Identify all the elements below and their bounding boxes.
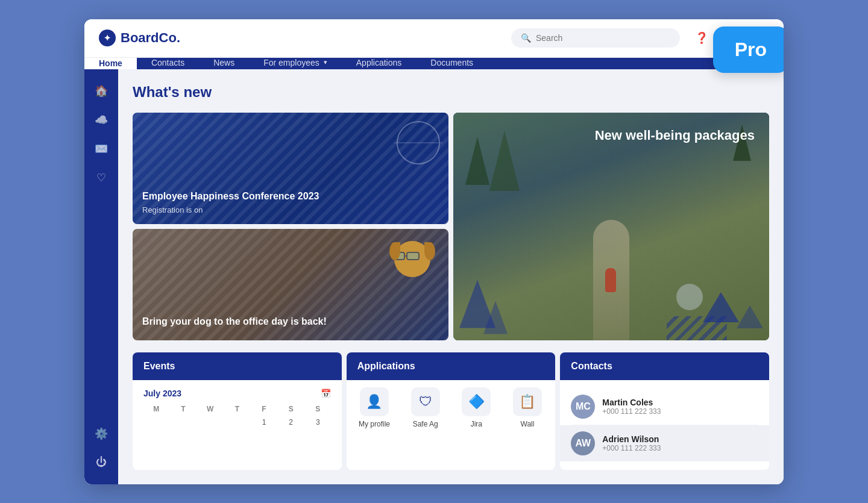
cal-header-s2: S [305, 403, 331, 415]
cal-header-t2: T [224, 403, 250, 415]
news-card-dog[interactable]: Bring your dog to the office day is back… [133, 229, 448, 340]
calendar-month: July 2023 📅 [143, 389, 331, 398]
app-window: Pro ✦ BoardCo. 🔍 ❓ ⚙️ 🔔 Home Contacts Ne… [84, 19, 784, 484]
cal-day-empty-1 [143, 416, 169, 428]
contact-avatar-adrien: AW [571, 431, 595, 455]
app-icons-grid: 👤 My profile 🛡 Safe Ag 🔷 Jira 📋 [347, 380, 556, 436]
tab-news[interactable]: News [199, 58, 249, 69]
cal-header-f: F [251, 403, 277, 415]
bottom-section: Events July 2023 📅 M T W T F S [133, 352, 769, 470]
contact-name-martin: Martin Coles [602, 398, 661, 407]
card2-title: New well-being packages [595, 127, 755, 145]
tab-for-employees[interactable]: For employees ▾ [249, 58, 342, 69]
safe-ag-icon: 🛡 [411, 387, 440, 416]
contact-phone-martin: +000 111 222 333 [602, 407, 661, 416]
tab-documents[interactable]: Documents [416, 58, 488, 69]
contact-item-martin[interactable]: MC Martin Coles +000 111 222 333 [571, 389, 758, 425]
card2-title-box: New well-being packages [595, 127, 755, 145]
cal-day-2[interactable]: 2 [278, 416, 304, 428]
tab-contacts[interactable]: Contacts [137, 58, 199, 69]
help-icon[interactable]: ❓ [692, 28, 711, 48]
app-item-wall[interactable]: 📋 Wall [505, 387, 551, 428]
events-card: Events July 2023 📅 M T W T F S [133, 352, 342, 470]
wall-label: Wall [521, 420, 535, 428]
sidebar-top: 🏠 ☁️ ✉️ ♡ [89, 79, 113, 190]
tab-applications[interactable]: Applications [342, 58, 417, 69]
section-title: What's new [133, 84, 769, 101]
events-body: July 2023 📅 M T W T F S S [133, 380, 342, 437]
sidebar-mail-icon[interactable]: ✉️ [89, 137, 113, 161]
card1-content: Employee Happiness Conference 2023 Regis… [142, 190, 319, 214]
sidebar-bottom: ⚙️ ⏻ [89, 422, 113, 475]
applications-card: Applications 👤 My profile 🛡 Safe Ag 🔷 [347, 352, 556, 470]
contacts-header: Contacts [560, 352, 769, 380]
card1-title: Employee Happiness Conference 2023 [142, 190, 319, 203]
logo-icon: ✦ [99, 30, 116, 46]
sidebar-heart-icon[interactable]: ♡ [89, 166, 113, 190]
search-input[interactable] [536, 33, 670, 43]
app-item-safe-ag[interactable]: 🛡 Safe Ag [402, 387, 448, 428]
contacts-card: Contacts MC Martin Coles +000 111 222 33… [560, 352, 769, 470]
events-header: Events [133, 352, 342, 380]
cal-day-3[interactable]: 3 [305, 416, 331, 428]
wall-icon: 📋 [513, 387, 542, 416]
card-deco-svg [394, 119, 442, 167]
safe-ag-label: Safe Ag [413, 420, 438, 428]
search-bar[interactable]: 🔍 [511, 28, 680, 48]
contact-info-martin: Martin Coles +000 111 222 333 [602, 398, 661, 416]
sidebar-left: 🏠 ☁️ ✉️ ♡ ⚙️ ⏻ [84, 69, 118, 484]
my-profile-icon: 👤 [360, 387, 389, 416]
contacts-body: MC Martin Coles +000 111 222 333 AW Adri… [560, 380, 769, 470]
calendar-icon: 📅 [321, 389, 331, 398]
news-card-wellbeing[interactable]: New well-being packages [453, 113, 769, 340]
news-card-conference[interactable]: Employee Happiness Conference 2023 Regis… [133, 113, 448, 224]
card1-subtitle: Registration is on [142, 205, 319, 214]
search-icon: 🔍 [521, 33, 531, 43]
main-content: What's new Employee Happiness Conf [118, 69, 784, 484]
nav-tabs: Home Contacts News For employees ▾ Appli… [84, 58, 784, 69]
contact-avatar-martin: MC [571, 395, 595, 419]
chevron-icon: ▾ [324, 58, 327, 66]
sidebar-home-icon[interactable]: 🏠 [89, 79, 113, 103]
cal-day-empty-4 [224, 416, 250, 428]
cal-header-t1: T [171, 403, 197, 415]
sidebar-settings-icon[interactable]: ⚙️ [89, 422, 113, 446]
applications-header: Applications [347, 352, 556, 380]
tab-home[interactable]: Home [84, 58, 137, 69]
cal-day-1[interactable]: 1 [251, 416, 277, 428]
cal-header-m: M [143, 403, 169, 415]
contact-item-adrien[interactable]: AW Adrien Wilson +000 111 222 333 [560, 425, 769, 461]
logo-text: BoardCo. [121, 30, 180, 46]
my-profile-label: My profile [359, 420, 390, 428]
cal-header-w: W [197, 403, 223, 415]
cal-header-s1: S [278, 403, 304, 415]
navbar: Home Contacts News For employees ▾ Appli… [84, 58, 784, 69]
main-layout: 🏠 ☁️ ✉️ ♡ ⚙️ ⏻ What's new [84, 69, 784, 484]
contact-name-adrien: Adrien Wilson [602, 434, 661, 444]
logo: ✦ BoardCo. [99, 30, 511, 46]
news-grid: Employee Happiness Conference 2023 Regis… [133, 113, 769, 340]
cal-day-empty-3 [197, 416, 223, 428]
contact-phone-adrien: +000 111 222 333 [602, 444, 661, 452]
cal-day-empty-2 [171, 416, 197, 428]
app-item-my-profile[interactable]: 👤 My profile [351, 387, 398, 428]
jira-label: Jira [471, 420, 482, 428]
month-label: July 2023 [143, 389, 181, 398]
sidebar-logout-icon[interactable]: ⏻ [89, 451, 113, 475]
pro-badge: Pro [713, 27, 784, 73]
card3-title: Bring your dog to the office day is back… [142, 316, 327, 328]
app-item-jira[interactable]: 🔷 Jira [453, 387, 500, 428]
card3-content: Bring your dog to the office day is back… [142, 316, 327, 331]
contact-info-adrien: Adrien Wilson +000 111 222 333 [602, 434, 661, 452]
sidebar-cloud-icon[interactable]: ☁️ [89, 108, 113, 132]
jira-icon: 🔷 [462, 387, 491, 416]
topbar: ✦ BoardCo. 🔍 ❓ ⚙️ 🔔 [84, 19, 784, 58]
calendar-grid: M T W T F S S 1 [143, 403, 331, 428]
